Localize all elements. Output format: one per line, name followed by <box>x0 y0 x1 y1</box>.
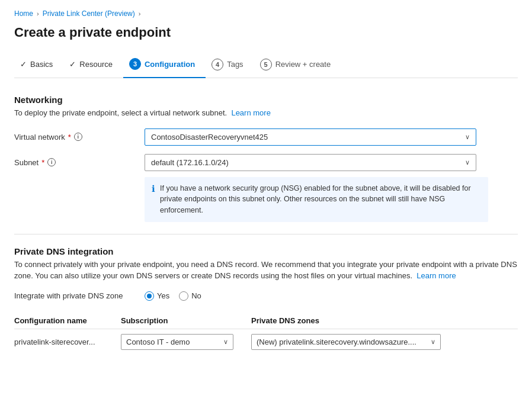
step-tags[interactable]: 4 Tags <box>206 53 254 78</box>
step-resource-check: ✓ <box>69 60 76 69</box>
breadcrumb: Home › Private Link Center (Preview) › <box>14 9 518 18</box>
step-resource[interactable]: ✓ Resource <box>63 54 123 76</box>
dns-section: Private DNS integration To connect priva… <box>14 246 518 355</box>
dns-yes-option[interactable]: Yes <box>145 291 169 301</box>
step-review[interactable]: 5 Review + create <box>254 53 342 78</box>
dns-zones-chevron: ∨ <box>431 338 435 346</box>
step-review-label: Review + create <box>275 60 331 69</box>
breadcrumb-sep2: › <box>139 10 141 17</box>
step-resource-label: Resource <box>79 60 113 69</box>
virtual-network-chevron: ∨ <box>465 133 470 141</box>
step-basics-check: ✓ <box>20 60 27 69</box>
dns-zones-dropdown[interactable]: (New) privatelink.siterecovery.windowsaz… <box>251 334 441 350</box>
virtual-network-value: ContosoDisasterRecoveryvnet425 <box>151 133 268 142</box>
networking-title: Networking <box>14 95 518 105</box>
virtual-network-dropdown[interactable]: ContosoDisasterRecoveryvnet425 ∨ <box>145 128 476 146</box>
page-title: Create a private endpoint <box>14 25 518 40</box>
dns-row-zones: (New) privatelink.siterecovery.windowsaz… <box>251 329 518 355</box>
dns-radio-options: Yes No <box>145 291 201 301</box>
dns-desc: To connect privately with your private e… <box>14 259 518 282</box>
virtual-network-info-icon[interactable]: i <box>74 133 82 141</box>
dns-yes-label: Yes <box>157 291 169 300</box>
dns-col-zones: Private DNS zones <box>251 313 518 329</box>
dns-integrate-row: Integrate with private DNS zone Yes No <box>14 291 518 301</box>
subnet-info-icon[interactable]: i <box>47 158 56 166</box>
dns-subscription-value: Contoso IT - demo <box>126 338 190 346</box>
step-configuration-label: Configuration <box>145 60 195 69</box>
subnet-dropdown[interactable]: default (172.16.1.0/24) ∨ <box>145 154 476 171</box>
dns-subscription-chevron: ∨ <box>223 338 228 346</box>
wizard-steps: ✓ Basics ✓ Resource 3 Configuration 4 Ta… <box>14 52 518 78</box>
dns-no-radio[interactable] <box>179 291 188 301</box>
dns-integrate-label: Integrate with private DNS zone <box>14 291 145 300</box>
dns-title: Private DNS integration <box>14 246 518 256</box>
step-configuration[interactable]: 3 Configuration <box>123 52 206 78</box>
subnet-row: Subnet * i default (172.16.1.0/24) ∨ <box>14 154 518 171</box>
dns-subscription-dropdown[interactable]: Contoso IT - demo ∨ <box>121 334 233 350</box>
dns-zones-value: (New) privatelink.siterecovery.windowsaz… <box>257 338 416 346</box>
nsg-info-box: ℹ If you have a network security group (… <box>145 177 488 222</box>
dns-no-option[interactable]: No <box>179 291 201 301</box>
networking-learn-more[interactable]: Learn more <box>231 108 270 117</box>
step-tags-label: Tags <box>227 60 243 69</box>
dns-col-subscription: Subscription <box>121 313 251 329</box>
subnet-required: * <box>41 158 44 167</box>
breadcrumb-center[interactable]: Private Link Center (Preview) <box>43 9 135 18</box>
table-row: privatelink-siterecover... Contoso IT - … <box>14 329 518 355</box>
step-configuration-num: 3 <box>129 58 141 70</box>
step-basics-label: Basics <box>30 60 53 69</box>
nsg-info-icon: ℹ <box>152 184 155 216</box>
networking-section: Networking To deploy the private endpoin… <box>14 95 518 222</box>
breadcrumb-sep1: › <box>37 10 39 17</box>
dns-row-subscription: Contoso IT - demo ∨ <box>121 329 251 355</box>
dns-no-label: No <box>191 291 201 300</box>
step-tags-num: 4 <box>211 59 223 70</box>
step-basics[interactable]: ✓ Basics <box>14 54 63 76</box>
subnet-chevron: ∨ <box>465 159 470 166</box>
dns-table: Configuration name Subscription Private … <box>14 313 518 355</box>
dns-learn-more[interactable]: Learn more <box>416 271 456 280</box>
dns-yes-radio[interactable] <box>145 291 154 301</box>
subnet-value: default (172.16.1.0/24) <box>151 158 229 167</box>
breadcrumb-home[interactable]: Home <box>14 9 33 18</box>
subnet-label: Subnet * i <box>14 158 145 167</box>
nsg-info-text: If you have a network security group (NS… <box>160 183 481 216</box>
section-divider <box>14 234 518 234</box>
virtual-network-row: Virtual network * i ContosoDisasterRecov… <box>14 128 518 146</box>
networking-desc: To deploy the private endpoint, select a… <box>14 107 518 119</box>
virtual-network-required: * <box>68 133 71 142</box>
virtual-network-label: Virtual network * i <box>14 133 145 142</box>
step-review-num: 5 <box>260 59 272 70</box>
dns-col-config: Configuration name <box>14 313 121 329</box>
dns-row-config: privatelink-siterecover... <box>14 329 121 355</box>
